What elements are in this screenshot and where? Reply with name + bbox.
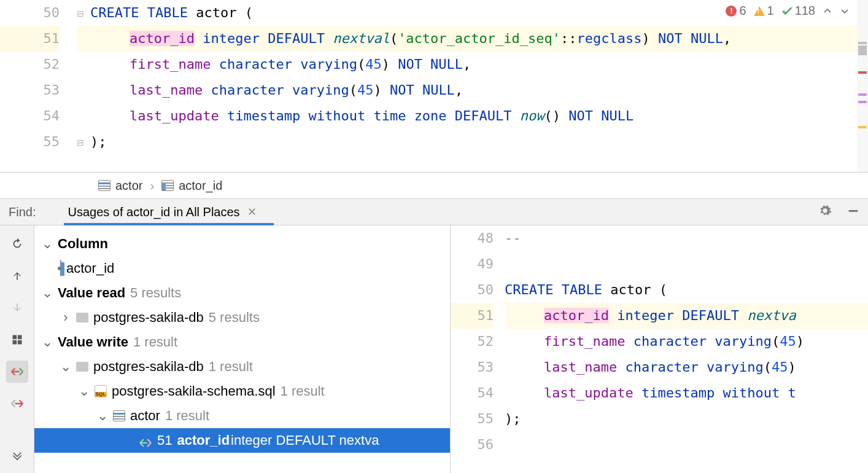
- find-panel-header: Find: Usages of actor_id in All Places ✕: [0, 198, 868, 225]
- column-icon: [161, 180, 174, 191]
- line-number: 51: [451, 303, 494, 329]
- chevron-right-icon[interactable]: ›: [60, 310, 71, 326]
- tree-group-value-write[interactable]: ⌄ Value write 1 result: [34, 330, 450, 354]
- chevron-right-icon: ›: [150, 179, 154, 193]
- stripe-marker[interactable]: [858, 93, 867, 96]
- tree-item-table[interactable]: ⌄ actor 1 result: [34, 404, 450, 428]
- svg-rect-4: [17, 340, 21, 345]
- chevron-down-icon[interactable]: ⌄: [42, 285, 53, 301]
- code-line[interactable]: CREATE TABLE actor (: [505, 277, 868, 303]
- tree-line-number: 51: [157, 432, 172, 448]
- more-button[interactable]: [6, 446, 28, 468]
- breadcrumb-item[interactable]: actor_id: [161, 179, 222, 193]
- warning-icon: [754, 6, 765, 16]
- code-line[interactable]: [505, 432, 868, 458]
- svg-rect-1: [12, 335, 17, 340]
- show-write-button[interactable]: [6, 393, 28, 415]
- editor-gutter: 50 51 52 53 54 55: [0, 0, 77, 172]
- tree-label: postgres-sakila-db: [93, 310, 204, 326]
- code-line[interactable]: last_update timestamp without t: [505, 380, 868, 406]
- tree-count: 5 results: [209, 310, 260, 326]
- breadcrumb-item[interactable]: actor: [98, 179, 142, 193]
- tree-group-value-read[interactable]: ⌄ Value read 5 results: [34, 281, 450, 305]
- chevron-down-icon[interactable]: ⌄: [42, 334, 53, 350]
- line-number: 52: [0, 52, 60, 77]
- line-number: 51: [0, 26, 60, 52]
- tree-item-usage[interactable]: 51 actor_id integer DEFAULT nextva: [34, 428, 450, 453]
- tree-count: 1 result: [165, 408, 209, 424]
- hide-icon[interactable]: [845, 204, 862, 221]
- line-number: 56: [451, 432, 494, 458]
- tree-label: Value write: [58, 334, 128, 350]
- chevron-down-icon[interactable]: [840, 6, 850, 16]
- chevron-down-icon[interactable]: ⌄: [97, 408, 108, 424]
- rerun-button[interactable]: [6, 233, 28, 255]
- tree-item-file[interactable]: ⌄ SQL postgres-sakila-schema.sql 1 resul…: [34, 379, 450, 404]
- code-line[interactable]: last_update timestamp without time zone …: [77, 103, 868, 129]
- warning-count: 1: [767, 4, 774, 18]
- tree-label: actor: [130, 408, 160, 424]
- line-number: 50: [451, 277, 494, 303]
- chevron-down-icon[interactable]: ⌄: [60, 359, 71, 375]
- tree-label: postgres-sakila-db: [93, 359, 204, 375]
- prev-occurrence-button[interactable]: [6, 265, 28, 287]
- tree-count: 1 result: [133, 334, 177, 350]
- tree-count: 5 results: [130, 285, 181, 301]
- preview-editor[interactable]: 48 49 50 51 52 53 54 55 56 -- CREATE TAB…: [451, 225, 868, 473]
- tree-item-folder[interactable]: › postgres-sakila-db 5 results: [34, 305, 450, 330]
- close-icon[interactable]: ✕: [247, 205, 257, 219]
- breadcrumb-label: actor: [115, 179, 142, 193]
- gear-icon[interactable]: [816, 204, 834, 221]
- stripe-marker[interactable]: [858, 45, 867, 55]
- code-line[interactable]: actor_id integer DEFAULT nextva: [505, 303, 868, 329]
- write-usage-icon: [139, 436, 152, 445]
- tree-label-rest: integer DEFAULT nextva: [231, 432, 379, 448]
- line-number: 55: [451, 406, 494, 432]
- code-line[interactable]: [505, 251, 868, 277]
- table-icon: [113, 410, 125, 421]
- stripe-marker[interactable]: [858, 126, 867, 128]
- show-read-button[interactable]: [6, 361, 28, 383]
- stripe-marker[interactable]: [858, 71, 867, 74]
- tree-label: Value read: [58, 285, 125, 301]
- tree-count: 1 result: [209, 359, 253, 375]
- chevron-down-icon[interactable]: ⌄: [42, 236, 53, 252]
- inspection-errors[interactable]: ! 6: [726, 4, 746, 18]
- code-line[interactable]: actor_id integer DEFAULT nextval('actor_…: [77, 26, 868, 52]
- svg-rect-2: [17, 335, 21, 340]
- inspection-warnings[interactable]: 1: [754, 4, 774, 18]
- code-line[interactable]: last_name character varying(45) NOT NULL…: [77, 77, 868, 103]
- stripe-marker[interactable]: [858, 101, 867, 103]
- tree-item-column[interactable]: actor_id: [34, 256, 450, 281]
- preview-code-area[interactable]: -- CREATE TABLE actor ( actor_id integer…: [505, 225, 868, 473]
- code-line[interactable]: last_name character varying(45): [505, 354, 868, 380]
- folder-icon: [76, 362, 88, 372]
- find-tab[interactable]: Usages of actor_id in All Places ✕: [68, 199, 256, 225]
- error-count: 6: [739, 4, 746, 18]
- table-icon: [98, 180, 110, 191]
- line-number: 53: [451, 354, 494, 380]
- code-line[interactable]: );: [77, 129, 868, 155]
- error-stripe[interactable]: [857, 0, 868, 172]
- inspection-ok[interactable]: 118: [781, 4, 815, 18]
- stripe-marker[interactable]: [858, 42, 867, 44]
- tree-item-folder[interactable]: ⌄ postgres-sakila-db 1 result: [34, 354, 450, 379]
- code-line[interactable]: first_name character varying(45) NOT NUL…: [77, 52, 868, 77]
- chevron-up-icon[interactable]: [823, 6, 832, 16]
- usages-tree[interactable]: ⌄ Column actor_id ⌄ Value read 5 results…: [34, 225, 451, 473]
- main-editor[interactable]: 50 51 52 53 54 55 ⊟ ⊟ CREATE TABLE actor…: [0, 0, 868, 172]
- code-line[interactable]: );: [505, 406, 868, 432]
- code-line[interactable]: --: [505, 225, 868, 251]
- code-line[interactable]: first_name character varying(45): [505, 329, 868, 354]
- next-occurrence-button[interactable]: [6, 297, 28, 319]
- line-number: 53: [0, 77, 60, 103]
- chevron-down-icon[interactable]: ⌄: [79, 383, 90, 399]
- folder-icon: [76, 313, 88, 322]
- editor-code-area[interactable]: CREATE TABLE actor ( actor_id integer DE…: [77, 0, 868, 172]
- inspections-widget[interactable]: ! 6 1 118: [726, 4, 850, 18]
- tree-label: Column: [58, 236, 108, 252]
- group-by-button[interactable]: [6, 329, 28, 351]
- svg-rect-0: [849, 210, 858, 212]
- line-number: 50: [0, 0, 60, 26]
- tree-group-column[interactable]: ⌄ Column: [34, 232, 450, 256]
